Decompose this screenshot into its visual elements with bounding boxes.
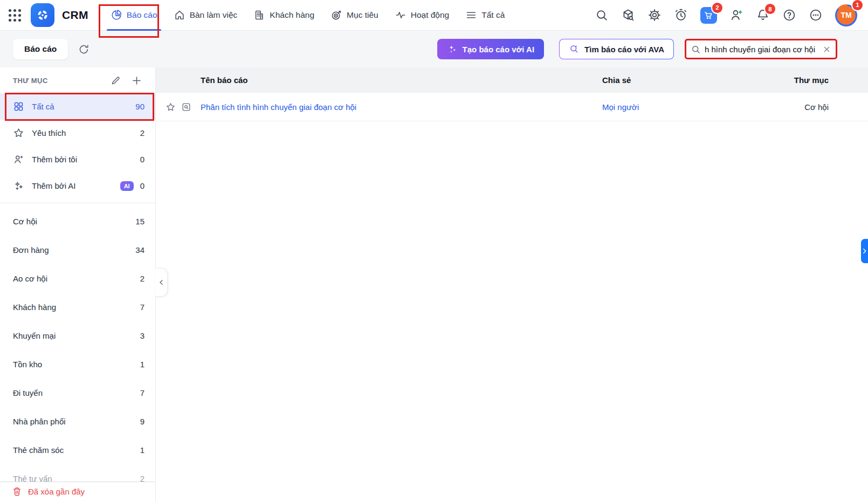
- user-avatar[interactable]: TM 1: [835, 4, 857, 26]
- avatar-badge: 1: [852, 0, 863, 10]
- sidebar-item-label: Tất cả: [32, 102, 135, 111]
- folder-item-ao-co-hoi[interactable]: Ao cơ hội 2: [0, 264, 155, 293]
- app-launcher-icon[interactable]: [9, 9, 21, 22]
- sidebar-item-label: Yêu thích: [32, 128, 140, 138]
- column-header-share[interactable]: Chia sẻ: [602, 76, 742, 85]
- sparkles-icon: [447, 44, 458, 54]
- user-plus-icon: [13, 154, 25, 165]
- add-folder-icon[interactable]: [131, 75, 142, 86]
- settings-gear-icon[interactable]: [647, 8, 662, 22]
- reports-table: Tên báo cáo Chia sẻ Thư mục Phân tích t: [156, 67, 868, 501]
- search-icon[interactable]: [595, 8, 609, 22]
- sidebar-item-label: Thêm bởi tôi: [32, 155, 140, 164]
- search-sparkle-icon: [569, 44, 580, 54]
- header-actions: 2 8: [595, 4, 857, 26]
- pie-chart-icon: [111, 9, 122, 21]
- tab-muc-tieu[interactable]: Mục tiêu: [322, 0, 387, 31]
- sidebar-item-favorites[interactable]: Yêu thích 2: [0, 120, 155, 146]
- refresh-icon[interactable]: [78, 43, 90, 56]
- top-nav-bar: CRM Báo cáo Bàn làm việc Khách hàng: [0, 0, 868, 31]
- star-icon: [13, 127, 25, 139]
- folder-item-don-hang[interactable]: Đơn hàng 34: [0, 236, 155, 264]
- folders-header: THƯ MỤC: [0, 67, 155, 93]
- target-icon: [330, 9, 342, 21]
- column-header-folder[interactable]: Thư mục: [742, 76, 829, 85]
- find-report-ava-label: Tìm báo cáo với AVA: [584, 45, 664, 54]
- sidebar-item-added-by-ai[interactable]: Thêm bởi AI AI 0: [0, 173, 155, 199]
- menu-icon: [465, 9, 477, 21]
- column-header-name[interactable]: Tên báo cáo: [201, 76, 602, 85]
- folder-item-khuyen-mai[interactable]: Khuyến mại 3: [0, 321, 155, 350]
- folder-item-the-cham-soc[interactable]: Thẻ chăm sóc 1: [0, 436, 155, 464]
- panel-expand-handle[interactable]: [861, 239, 868, 263]
- cart-app-icon[interactable]: 2: [700, 7, 717, 24]
- app-title: CRM: [62, 9, 88, 22]
- sidebar-item-added-by-me[interactable]: Thêm bởi tôi 0: [0, 146, 155, 173]
- cart-badge: 2: [712, 3, 722, 13]
- chevron-left-icon: [157, 278, 166, 286]
- tab-tat-ca[interactable]: Tất cả: [457, 0, 513, 31]
- page-body: THƯ MỤC Tất cả 90: [0, 67, 868, 501]
- sidebar-item-label: Thêm bởi AI: [32, 181, 120, 190]
- favorite-star-icon[interactable]: [166, 102, 176, 112]
- edit-folders-icon[interactable]: [111, 75, 121, 86]
- sidebar-item-all[interactable]: Tất cả 90: [0, 93, 155, 120]
- clear-search-icon[interactable]: [823, 45, 831, 53]
- report-search-input-wrapper: [685, 39, 837, 59]
- folder-item-nha-phan-phoi[interactable]: Nhà phân phối 9: [0, 407, 155, 436]
- alarm-clock-icon[interactable]: [674, 8, 688, 22]
- help-icon[interactable]: [782, 8, 796, 22]
- trash-icon: [12, 486, 22, 497]
- tab-label: Mục tiêu: [347, 10, 378, 20]
- table-row[interactable]: Phân tích tình hình chuyển giai đoạn cơ …: [156, 93, 868, 121]
- folder-item-ton-kho[interactable]: Tồn kho 1: [0, 350, 155, 379]
- building-icon: [253, 9, 265, 21]
- tab-label: Hoạt động: [411, 10, 450, 20]
- folder-item-di-tuyen[interactable]: Đi tuyến 7: [0, 379, 155, 407]
- tab-khach-hang[interactable]: Khách hàng: [245, 0, 322, 31]
- sidebar-item-count: 0: [140, 181, 144, 190]
- crm-logo[interactable]: [31, 3, 54, 27]
- avatar-initials: TM: [837, 6, 856, 25]
- recently-deleted-label: Đã xóa gần đây: [28, 487, 85, 496]
- report-share-link[interactable]: Mọi người: [602, 102, 742, 112]
- more-icon[interactable]: [809, 8, 823, 22]
- main-tabs: Báo cáo Bàn làm việc Khách hàng: [102, 0, 513, 31]
- notifications-badge: 8: [765, 4, 775, 14]
- tab-ban-lam-viec[interactable]: Bàn làm việc: [166, 0, 246, 31]
- home-icon: [174, 9, 185, 21]
- reports-page-button[interactable]: Báo cáo: [13, 39, 68, 59]
- create-report-ai-label: Tạo báo cáo với AI: [463, 45, 534, 54]
- find-report-ava-button[interactable]: Tìm báo cáo với AVA: [559, 39, 674, 59]
- add-user-icon[interactable]: [729, 8, 743, 22]
- sidebar-collapse-handle[interactable]: [155, 268, 168, 297]
- report-name-link[interactable]: Phân tích tình hình chuyển giai đoạn cơ …: [201, 102, 602, 112]
- tab-label: Báo cáo: [127, 10, 157, 20]
- folder-item-co-hoi[interactable]: Cơ hội 15: [0, 207, 155, 236]
- sparkles-icon: [13, 180, 25, 191]
- activity-icon: [395, 9, 407, 21]
- tab-label: Bàn làm việc: [190, 10, 238, 20]
- create-report-ai-button[interactable]: Tạo báo cáo với AI: [437, 39, 544, 59]
- sidebar-item-count: 90: [135, 102, 144, 111]
- tab-label: Khách hàng: [270, 10, 314, 20]
- sidebar-item-count: 2: [140, 128, 144, 138]
- reports-toolbar: Báo cáo Tạo báo cáo với AI Tìm báo cáo v…: [0, 31, 868, 67]
- search-icon: [691, 44, 701, 54]
- package-search-icon[interactable]: [621, 8, 635, 22]
- recently-deleted-button[interactable]: Đã xóa gần đây: [0, 482, 155, 501]
- folders-title: THƯ MỤC: [13, 77, 101, 85]
- notifications-bell-icon[interactable]: 8: [756, 8, 770, 22]
- folder-item-khach-hang[interactable]: Khách hàng 7: [0, 293, 155, 321]
- sidebar-item-count: 0: [140, 155, 144, 164]
- ai-badge: AI: [120, 181, 134, 191]
- report-preview-icon[interactable]: [181, 102, 191, 112]
- table-header-row: Tên báo cáo Chia sẻ Thư mục: [156, 67, 868, 93]
- sidebar-divider: [0, 203, 155, 203]
- report-folder-cell: Cơ hội: [742, 102, 829, 112]
- tab-bao-cao[interactable]: Báo cáo: [102, 0, 166, 31]
- folders-sidebar: THƯ MỤC Tất cả 90: [0, 67, 156, 501]
- report-search-input[interactable]: [705, 45, 819, 54]
- tab-hoat-dong[interactable]: Hoạt động: [387, 0, 458, 31]
- grid-icon: [13, 101, 25, 112]
